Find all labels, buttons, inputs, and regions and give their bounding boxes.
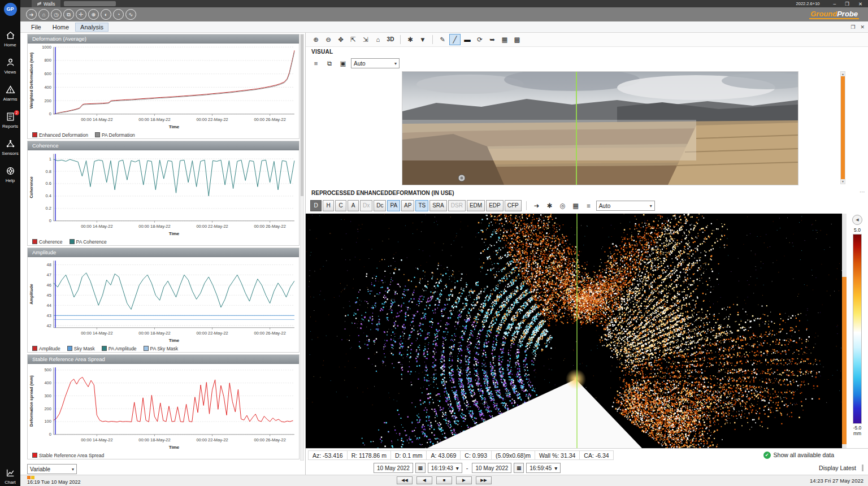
radar-canvas[interactable] [306,214,847,448]
variable-select[interactable]: Variable▾ [27,464,77,474]
legend-item[interactable]: PA Deformation [95,132,135,138]
table-edit-icon[interactable]: ▩ [511,34,523,45]
sidebar-item-sensors[interactable]: Sensors [0,139,20,156]
layer-button-ap[interactable]: AP [401,200,414,211]
layer-button-edm[interactable]: EDM [467,200,485,211]
layer-button-cfp[interactable]: CFP [505,200,522,211]
from-date-picker[interactable]: 10 May 2022 [374,463,413,473]
scale-mode-select[interactable]: Auto▾ [596,201,655,211]
collapse-colorbar-button[interactable]: ◀ [852,215,862,225]
step-back-button[interactable]: ◀ [416,476,432,484]
menu-tab-home[interactable]: Home [47,23,74,32]
layers-icon[interactable]: ⧉ [324,58,335,69]
layer-button-dc[interactable]: Dc [374,200,386,211]
menu-tab-analysis[interactable]: Analysis [75,23,108,32]
show-all-data-label[interactable]: Show all available data [774,452,834,458]
edit-region-icon[interactable]: ✎ [437,34,448,45]
radar-scrollbar[interactable] [842,214,847,448]
legend-item[interactable]: Stable Reference Area Spread [32,453,104,458]
sidebar-item-help[interactable]: Help [0,166,20,183]
layer-button-pa[interactable]: PA [387,200,400,211]
user-avatar[interactable]: GP [4,3,17,16]
splitter-dots[interactable]: ⋯ [860,189,866,195]
from-calendar-icon[interactable]: ▦ [415,463,426,473]
sliders-icon[interactable]: ≡ [583,200,594,211]
export-icon[interactable]: ➜ [531,200,542,211]
zoom-out-icon[interactable]: ⊖ [323,34,334,45]
rect-tool-icon[interactable]: ▬ [462,34,473,45]
reset-view-icon[interactable]: ⇲ [360,34,371,45]
chart-plot[interactable]: 0200400600800100000:00 14-May-2200:00 18… [28,44,299,130]
legend-item[interactable]: Amplitude [32,346,60,352]
history-icon[interactable]: ◷ [51,9,62,20]
image-icon[interactable]: ▣ [337,58,349,69]
forward-button[interactable]: ▶▶ [476,476,492,484]
gear-icon[interactable]: ✱ [544,200,555,211]
zoom-icon[interactable]: ⊕ [88,9,99,20]
wave-icon[interactable]: ∿ [125,9,136,20]
visual-mode-select[interactable]: Auto▾ [351,58,400,68]
layer-button-d[interactable]: D [310,200,322,211]
chart-plot[interactable]: 4243444546474800:00 14-May-2200:00 18-Ma… [28,257,299,344]
maximize-button[interactable]: ❐ [845,1,849,7]
target-icon[interactable]: ◎ [557,200,568,211]
layer-button-edp[interactable]: EDP [486,200,504,211]
colorbar-gradient[interactable] [853,234,862,424]
zoom-in-icon[interactable]: ⊕ [310,34,322,45]
sidebar-item-reports[interactable]: 2Reports [0,112,20,129]
home-icon[interactable]: ⌂ [38,9,49,20]
layer-button-sra[interactable]: SRA [429,200,447,211]
layer-button-h[interactable]: H [323,200,334,211]
display-latest-button[interactable]: Display Latest [819,465,863,471]
legend-item[interactable]: Enhanced Deformation [32,132,88,138]
refresh-icon[interactable]: ⟳ [474,34,485,45]
sidebar-item-chart[interactable]: Chart [0,468,20,485]
scroll-down-icon[interactable]: ▼ [841,180,845,183]
line-tool-icon[interactable]: ╱ [449,34,461,45]
to-calendar-icon[interactable]: ▦ [514,463,524,473]
to-date-picker[interactable]: 10 May 2022 [472,463,511,473]
quick-search-box[interactable] [64,1,116,6]
tab-walls[interactable]: Walls [32,0,60,7]
tune-icon[interactable]: ≡ [310,58,322,69]
sidebar-item-alarms[interactable]: Alarms [0,85,20,102]
3d-view-icon[interactable]: 3D [385,34,396,45]
gauge-icon[interactable]: ◔ [113,9,124,20]
table-icon[interactable]: ▦ [499,34,510,45]
layer-button-a[interactable]: A [348,200,359,211]
contrast-icon[interactable]: ◐ [101,9,111,20]
legend-item[interactable]: PA Sky Mask [144,346,178,352]
legend-item[interactable]: Sky Mask [67,346,95,352]
legend-item[interactable]: PA Coherence [70,239,107,245]
close-button[interactable]: ✕ [858,1,862,7]
processing-icon[interactable]: ✱ [405,34,416,45]
radar-scan-view[interactable] [306,214,847,448]
home-view-icon[interactable]: ⌂ [372,34,384,45]
legend-item[interactable]: Coherence [32,239,63,245]
layer-button-ts[interactable]: TS [415,200,428,211]
charts-scrollbar[interactable] [300,34,304,461]
visual-scrollbar[interactable]: ▲ ▼ [840,71,845,184]
exit-icon[interactable]: ➜ [26,9,37,20]
fit-view-icon[interactable]: ⇱ [348,34,359,45]
filter-icon[interactable]: ▼ [417,34,428,45]
rewind-button[interactable]: ◀◀ [397,476,413,484]
scroll-up-icon[interactable]: ▲ [841,72,845,76]
sidebar-item-views[interactable]: Views [0,58,20,75]
doc-restore-button[interactable]: ❐ [850,24,855,30]
chart-plot[interactable]: 010020030040050000:00 14-May-2200:00 18-… [28,364,299,450]
radar-scroll-thumb[interactable] [842,277,847,444]
layer-button-c[interactable]: C [335,200,346,211]
stop-button[interactable]: ■ [436,476,452,484]
pan-icon[interactable]: ✥ [335,34,346,45]
chart-plot[interactable]: 00.20.40.60.8100:00 14-May-2200:00 18-Ma… [28,150,299,237]
export-mask-icon[interactable]: ➥ [487,34,498,45]
sidebar-item-home[interactable]: Home [0,31,20,47]
grid-icon[interactable]: ▦ [570,200,581,211]
layers-icon[interactable]: ⧉ [63,9,74,20]
menu-tab-file[interactable]: File [26,23,46,32]
panorama-image[interactable] [402,71,798,185]
charts-scroll-thumb[interactable] [301,34,303,196]
from-time-picker[interactable]: 16:19:43▾ [428,463,462,473]
crosshair-icon[interactable]: ✛ [76,9,86,20]
